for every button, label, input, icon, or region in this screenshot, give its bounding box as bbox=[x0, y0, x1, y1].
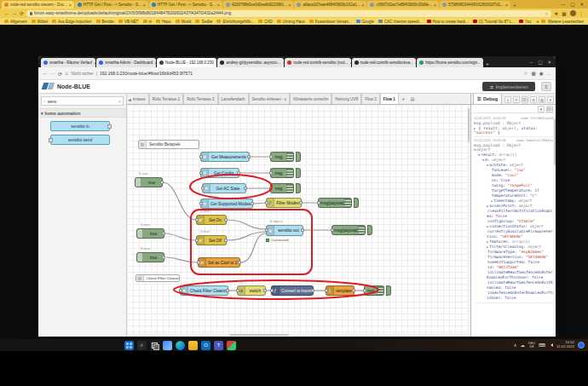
flow-tab[interactable]: Heizung UVR bbox=[331, 94, 361, 104]
node-port[interactable] bbox=[269, 187, 273, 190]
inject-node-true-2[interactable]: true bbox=[136, 228, 164, 239]
taskbar-icon[interactable] bbox=[188, 341, 198, 350]
new-tab-button[interactable]: + bbox=[484, 60, 491, 67]
node-port[interactable] bbox=[270, 289, 274, 292]
node-port[interactable] bbox=[317, 201, 320, 205]
minimize-icon[interactable]: — bbox=[561, 2, 566, 7]
node-get-ac-state[interactable]: ❄ Get AC State bbox=[202, 183, 246, 193]
debug-toggle-button[interactable] bbox=[386, 285, 391, 296]
change-node-set-off[interactable]: ⇄ Set Off bbox=[196, 235, 227, 245]
node-port[interactable] bbox=[199, 202, 203, 205]
node-port[interactable] bbox=[238, 261, 241, 264]
debug-node-msg-payload-2[interactable]: msg(payload) bbox=[331, 225, 366, 235]
node-port[interactable] bbox=[299, 201, 303, 205]
node-port[interactable] bbox=[195, 218, 199, 222]
filter-icon[interactable]: ▼ bbox=[538, 106, 545, 112]
tab-close-icon[interactable]: × bbox=[154, 60, 156, 66]
inject-node-true-3[interactable]: true bbox=[136, 252, 164, 262]
bookmark-item[interactable]: Google bbox=[356, 20, 375, 24]
chevron-down-icon[interactable]: ▾ bbox=[547, 96, 554, 103]
browser-tab[interactable]: HTTP Get / Post --> Sensibo - S... × bbox=[75, 1, 148, 9]
tree-arrow-icon[interactable]: ▶ bbox=[487, 245, 488, 249]
node-port[interactable] bbox=[263, 289, 267, 292]
node-port[interactable] bbox=[224, 239, 228, 242]
debug-tree-line[interactable]: currentlyAvailableFirmwareVersion: "SKY3… bbox=[487, 229, 553, 239]
debug-json-tree[interactable]: ▼object ▼result: array[1] ▼0: object bbox=[474, 147, 553, 301]
browser-tab[interactable]: smartha - Räume Verlauf × bbox=[41, 58, 95, 67]
reload-icon[interactable]: ⟳ bbox=[20, 10, 24, 16]
template-node[interactable]: { template bbox=[326, 285, 355, 296]
tree-arrow-icon[interactable]: ▼ bbox=[482, 158, 484, 162]
debug-node-msg-1[interactable]: msg bbox=[270, 152, 294, 162]
debug-toggle-button[interactable] bbox=[296, 183, 301, 193]
node-port[interactable] bbox=[162, 256, 165, 259]
tab-close-icon[interactable]: × bbox=[415, 60, 416, 66]
bookmark-item[interactable]: CAC Internet speedt... bbox=[378, 20, 423, 24]
bookmark-item[interactable]: Umzug Haus bbox=[277, 20, 305, 24]
tree-arrow-icon[interactable]: ▼ bbox=[474, 147, 476, 152]
favorite-star-icon[interactable]: ☆ bbox=[524, 71, 528, 76]
debug-tab[interactable]: ☰ Debug bbox=[473, 93, 502, 104]
clear-icon[interactable]: × bbox=[118, 99, 121, 104]
inject-button[interactable] bbox=[137, 253, 143, 262]
flow-tab[interactable]: Rollo Terrasse bbox=[133, 94, 149, 104]
tab-close-icon[interactable]: × bbox=[434, 3, 436, 8]
bookmark-item[interactable]: Sedlar bbox=[195, 20, 212, 24]
node-sensibo-out[interactable]: ❄ sensibo out bbox=[266, 225, 303, 236]
tab-close-icon[interactable]: × bbox=[216, 60, 217, 66]
palette-category[interactable]: ▾ home automation bbox=[38, 108, 126, 118]
tab-close-icon[interactable]: × bbox=[289, 3, 291, 8]
tab-close-icon[interactable]: × bbox=[143, 3, 146, 8]
bookmark-item[interactable]: (1) Tutorial No 8? L... bbox=[473, 20, 515, 24]
flow-tab[interactable]: Rollo Terrasse 3 bbox=[183, 94, 217, 104]
bookmark-item[interactable]: Möbel bbox=[32, 20, 48, 24]
bookmark-item[interactable]: ni bbox=[143, 20, 153, 24]
taskbar-icon[interactable] bbox=[124, 341, 134, 350]
notification-badge[interactable] bbox=[578, 342, 585, 349]
tree-arrow-icon[interactable]: ▶ bbox=[487, 204, 488, 208]
function-node-convert-to-hours[interactable]: ƒ Convert to hours bbox=[271, 285, 314, 296]
canvas-horizontal-scrollbar[interactable] bbox=[127, 333, 467, 337]
chevron-down-icon[interactable]: ▾ bbox=[537, 20, 539, 24]
new-tab-button[interactable]: + bbox=[511, 2, 518, 9]
flow-list-icon[interactable]: ▤ bbox=[408, 94, 418, 104]
deploy-button[interactable]: ⇉ Implementieren bbox=[482, 82, 535, 91]
node-get-config[interactable]: ❄ Get Config bbox=[200, 168, 239, 178]
bookmark-star-icon[interactable]: ☆ bbox=[545, 11, 548, 16]
node-port[interactable] bbox=[352, 289, 355, 292]
inject-button[interactable] bbox=[137, 229, 143, 238]
bookmark-item[interactable]: Haus bbox=[156, 20, 171, 24]
panel-icon[interactable]: ▤ bbox=[539, 96, 545, 103]
node-port[interactable] bbox=[247, 155, 251, 158]
tab-close-icon[interactable]: × bbox=[505, 3, 508, 8]
taskbar-icon[interactable] bbox=[163, 341, 172, 350]
bookmark-item[interactable]: Kostenloser Versan... bbox=[309, 20, 352, 24]
profile-avatar[interactable] bbox=[570, 10, 576, 16]
browser-tab[interactable]: HTTP Get / Post --> Sensibo - S... × bbox=[149, 1, 222, 9]
tab-close-icon[interactable]: × bbox=[283, 60, 284, 66]
canvas-vertical-scrollbar[interactable] bbox=[467, 105, 470, 337]
more-bookmarks-label[interactable]: Weitere Lesezeichen bbox=[548, 20, 584, 24]
reload-icon[interactable]: ⟳ bbox=[58, 71, 62, 77]
gear-icon[interactable]: ⚙ bbox=[530, 96, 537, 103]
node-port[interactable] bbox=[265, 228, 268, 232]
node-port[interactable] bbox=[251, 202, 254, 205]
tab-close-icon[interactable]: × bbox=[217, 3, 220, 8]
bookmark-item[interactable]: Bender bbox=[96, 20, 115, 24]
node-port[interactable] bbox=[331, 228, 334, 232]
taskbar-icon[interactable] bbox=[227, 341, 236, 350]
node-port[interactable] bbox=[363, 289, 366, 292]
add-flow-button[interactable]: + bbox=[399, 94, 408, 104]
debug-toggle-button[interactable] bbox=[354, 198, 359, 208]
function-node-filter-modes[interactable]: ƒ Filter Modes bbox=[266, 198, 302, 208]
tree-arrow-icon[interactable]: ▶ bbox=[491, 199, 493, 203]
security-label[interactable]: Nicht sicher bbox=[72, 71, 94, 76]
node-port[interactable] bbox=[197, 261, 200, 264]
browser-tab[interactable]: a9aca107eae4884f3809c162a1... × bbox=[294, 1, 366, 9]
debug-toggle-button[interactable] bbox=[296, 168, 301, 178]
change-node-set-on[interactable]: ⇄ Set On bbox=[196, 215, 227, 225]
profile-icon[interactable]: ◉ bbox=[539, 71, 544, 76]
browser-tab[interactable]: node-red-contrib-sensibo (nod... × bbox=[285, 58, 350, 67]
debug-toggle-button[interactable] bbox=[296, 152, 301, 162]
node-port[interactable] bbox=[179, 289, 182, 292]
